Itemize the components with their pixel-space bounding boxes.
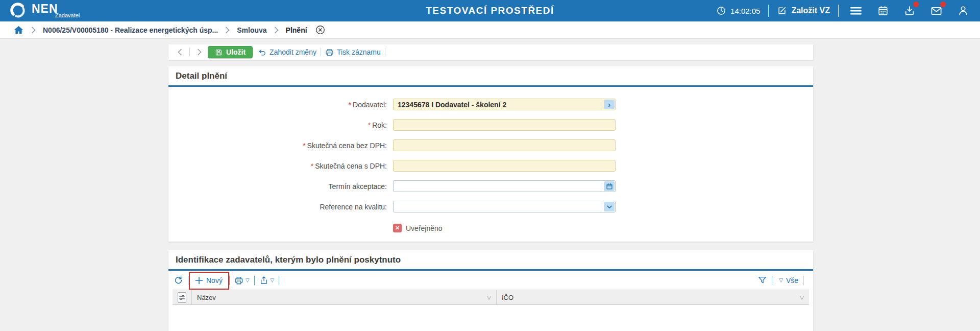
dodavatel-input[interactable]: 12345678 I Dodavatel - školení 2 › [393, 99, 616, 110]
required-marker: * [303, 141, 305, 150]
section-title: Detail plnění [168, 66, 813, 87]
field-label: Skutečná cena s DPH: [315, 162, 387, 170]
termin-akceptace-input[interactable] [393, 180, 616, 192]
breadcrumb-item-procurement[interactable]: N006/25/V00005180 - Realizace energetick… [43, 26, 218, 34]
breadcrumb: N006/25/V00005180 - Realizace energetick… [0, 21, 980, 39]
session-time: 14:02:05 [730, 7, 760, 15]
clock-icon [716, 6, 726, 16]
export-options-dropdown-icon[interactable] [271, 277, 275, 283]
field-label: Reference na kvalitu: [320, 203, 387, 211]
column-filter-icon[interactable] [800, 295, 804, 300]
record-toolbar: Uložit Zahodit změny Tisk záznamu [168, 44, 813, 60]
status-x-icon: ✕ [393, 224, 402, 232]
chevron-down-icon [606, 204, 612, 210]
detail-form: *Dodavatel: 12345678 I Dodavatel - škole… [168, 87, 813, 232]
required-marker: * [311, 162, 313, 170]
calendar-button[interactable] [877, 5, 889, 16]
detail-section: Detail plnění *Dodavatel: 12345678 I Dod… [168, 66, 813, 242]
home-icon[interactable] [13, 25, 24, 35]
rok-input[interactable] [393, 119, 616, 131]
plus-icon [195, 276, 203, 285]
cena-s-dph-input[interactable] [393, 160, 616, 172]
cena-bez-dph-input[interactable] [393, 139, 616, 151]
undo-icon [258, 48, 266, 57]
divider [772, 276, 772, 285]
grid-toolbar: Nový [168, 271, 813, 290]
menu-button[interactable] [850, 6, 862, 16]
nen-logo-icon [9, 2, 28, 20]
discard-changes-button[interactable]: Zahodit změny [258, 48, 316, 57]
divider [188, 276, 188, 285]
messages-button[interactable] [930, 5, 942, 17]
publish-status: ✕ Uveřejněno [393, 224, 813, 232]
field-row-termin-akceptace: Termín akceptace: [168, 180, 813, 192]
view-dropdown-icon[interactable] [779, 277, 783, 283]
refresh-button[interactable] [174, 275, 183, 285]
export-button[interactable] [259, 276, 268, 285]
status-label: Uveřejněno [406, 224, 443, 232]
column-settings-icon[interactable] [178, 292, 186, 303]
new-record-button[interactable]: Nový [193, 276, 225, 285]
column-header-nazev[interactable]: Název [192, 290, 497, 304]
view-all-button[interactable]: Vše [786, 276, 798, 285]
downloads-button[interactable] [904, 5, 915, 16]
create-vz-button[interactable]: Založit VZ [777, 6, 830, 16]
section-title: Identifikace zadavatelů, kterým bylo pln… [168, 250, 813, 271]
divider [803, 276, 803, 285]
field-row-rok: *Rok: [168, 119, 813, 131]
reference-na-kvalitu-select[interactable] [393, 201, 616, 212]
divider [189, 48, 190, 56]
calendar-icon [606, 183, 613, 190]
divider [254, 276, 255, 285]
field-row-reference-na-kvalitu: Reference na kvalitu: [168, 201, 813, 212]
field-row-cena-bez-dph: *Skutečná cena bez DPH: [168, 139, 813, 151]
session-clock: 14:02:05 [716, 6, 760, 16]
field-row-cena-s-dph: *Skutečná cena s DPH: [168, 160, 813, 172]
chevron-right-icon [31, 27, 36, 34]
field-label: Skutečná cena bez DPH: [307, 141, 387, 150]
grid-header-row: Název IČO [173, 290, 809, 305]
save-icon [215, 49, 223, 56]
divider [229, 276, 230, 285]
notification-badge [913, 2, 919, 7]
print-options-dropdown-icon[interactable] [246, 277, 250, 283]
column-filter-icon[interactable] [487, 295, 491, 300]
filter-icon[interactable] [757, 275, 767, 285]
chevron-right-icon [274, 27, 279, 34]
grid-body-empty [173, 305, 809, 331]
field-label: Dodavatel: [353, 101, 387, 109]
app-logo[interactable]: NEN Zadavatel [9, 2, 80, 20]
close-tab-icon[interactable] [315, 25, 325, 35]
divider [768, 5, 769, 17]
chevron-right-icon [225, 27, 230, 34]
print-grid-button[interactable] [234, 276, 243, 285]
printer-icon [325, 48, 334, 57]
lookup-button[interactable]: › [604, 100, 615, 109]
divider [838, 5, 839, 17]
breadcrumb-item-fulfillment[interactable]: Plnění [286, 26, 307, 34]
chevron-right-icon: › [608, 101, 610, 108]
field-label: Termín akceptace: [329, 182, 387, 191]
field-label: Rok: [372, 121, 387, 129]
required-marker: * [368, 121, 371, 129]
user-profile-button[interactable] [958, 5, 969, 16]
app-header: NEN Zadavatel TESTOVACÍ PROSTŘEDÍ 14:02:… [0, 0, 980, 21]
print-record-button[interactable]: Tisk záznamu [325, 48, 381, 57]
prev-record-button[interactable] [175, 49, 185, 56]
breadcrumb-item-contract[interactable]: Smlouva [237, 26, 266, 34]
required-marker: * [349, 101, 351, 109]
dropdown-button[interactable] [604, 202, 615, 211]
edit-icon [777, 6, 787, 16]
divider [321, 48, 321, 56]
zadavatele-grid-section: Identifikace zadavatelů, kterým bylo pln… [168, 250, 813, 331]
logo-subtitle: Zadavatel [55, 13, 80, 18]
divider [279, 276, 279, 285]
message-badge [940, 2, 946, 7]
column-header-ico[interactable]: IČO [497, 290, 809, 304]
field-row-dodavatel: *Dodavatel: 12345678 I Dodavatel - škole… [168, 99, 813, 110]
divider [385, 48, 385, 56]
save-button[interactable]: Uložit [208, 46, 253, 58]
next-record-button[interactable] [194, 49, 205, 56]
datepicker-button[interactable] [604, 181, 615, 191]
